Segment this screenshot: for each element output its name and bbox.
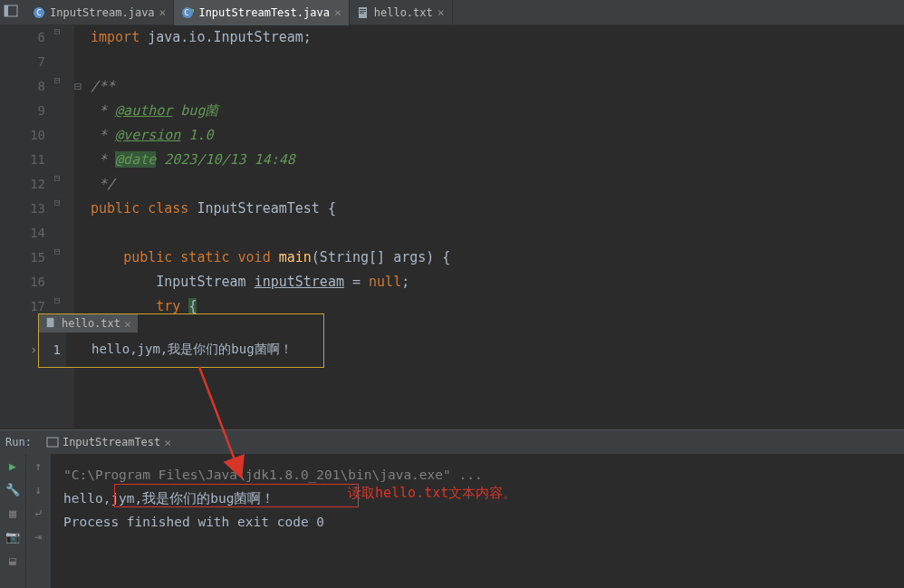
svg-rect-14 — [47, 438, 58, 447]
run-config-icon — [46, 436, 59, 448]
code-line: public class InputStreamTest { — [91, 197, 904, 221]
code-line: * @version 1.0 — [91, 123, 904, 148]
code-line — [91, 221, 904, 246]
annotation-text: 读取hello.txt文本内容。 — [348, 485, 516, 502]
wrench-icon[interactable]: 🔧 — [5, 483, 20, 497]
project-tool-icon[interactable] — [4, 4, 22, 22]
line-number: 15▶ — [0, 246, 45, 270]
code-line: * @author bug菌 — [91, 99, 904, 123]
code-area[interactable]: import java.io.InputStream; /** * @autho… — [74, 25, 904, 429]
popup-content: hello,jym,我是你们的bug菌啊！ — [66, 342, 293, 358]
run-label: Run: — [5, 436, 32, 448]
tab-hello-txt[interactable]: hello.txt × — [350, 0, 453, 25]
popup-tab-label: hello.txt — [62, 317, 120, 330]
svg-text:C: C — [36, 8, 41, 17]
line-gutter: 6 7 8⊟ 9 10 11 12 13▶ 14 15▶ 16 17 — [0, 25, 54, 429]
code-line: /** — [91, 74, 904, 99]
editor-popup-preview: hello.txt × 1 hello,jym,我是你们的bug菌啊！ — [38, 313, 324, 368]
down-icon[interactable]: ↓ — [32, 483, 46, 497]
line-number: 8⊟ — [0, 74, 45, 99]
tab-inputstreamtest-java[interactable]: C InputStreamTest.java × — [174, 0, 349, 25]
up-icon[interactable]: ↑ — [32, 459, 46, 474]
unknown-icon[interactable]: ⬓ — [5, 554, 20, 568]
tab-label: InputStream.java — [50, 6, 155, 19]
line-number: 6 — [0, 25, 45, 50]
camera-icon[interactable]: 📷 — [5, 530, 20, 545]
svg-rect-9 — [360, 11, 366, 12]
close-icon[interactable]: × — [334, 5, 341, 19]
line-number: 7 — [0, 50, 45, 74]
code-line: * @date 2023/10/13 14:48 — [91, 148, 904, 172]
class-icon: C — [33, 6, 45, 19]
svg-rect-10 — [360, 13, 364, 14]
svg-rect-1 — [5, 5, 8, 16]
tab-label: hello.txt — [374, 6, 433, 19]
line-number: 10 — [0, 123, 45, 148]
close-icon[interactable]: × — [124, 317, 131, 331]
code-line — [91, 50, 904, 74]
line-number: 12 — [0, 172, 45, 197]
run-tool-window: Run: InputStreamTest × ▶ 🔧 ▦ 📷 ⬓ ↑ ↓ ⤶ ⇥… — [0, 429, 904, 588]
code-line: */ — [91, 172, 904, 197]
popup-tab[interactable]: hello.txt × — [39, 314, 138, 333]
line-number: 13▶ — [0, 197, 45, 221]
run-toolbar-right: ↑ ↓ ⤶ ⇥ — [25, 454, 51, 588]
run-config-tab[interactable]: InputStreamTest × — [39, 433, 178, 452]
svg-rect-11 — [47, 318, 54, 327]
class-run-icon: C — [181, 6, 194, 19]
console-output[interactable]: "C:\Program Files\Java\jdk1.8.0_201\bin\… — [51, 454, 904, 588]
svg-rect-8 — [360, 9, 366, 10]
console-line: Process finished with exit code 0 — [63, 510, 891, 534]
scroll-icon[interactable]: ⇥ — [32, 530, 46, 545]
line-number: 16 — [0, 270, 45, 294]
popup-line-number: 1 — [39, 333, 66, 367]
unknown-icon[interactable]: ▦ — [5, 506, 20, 521]
code-line: InputStream inputStream = null; — [91, 270, 904, 294]
rerun-icon[interactable]: ▶ — [5, 459, 20, 474]
code-editor[interactable]: 6 7 8⊟ 9 10 11 12 13▶ 14 15▶ 16 17 ⊟ ⊟ ⊟… — [0, 25, 904, 429]
run-toolbar-left: ▶ 🔧 ▦ 📷 ⬓ — [0, 454, 25, 588]
wrap-icon[interactable]: ⤶ — [32, 506, 46, 521]
code-line: import java.io.InputStream; — [91, 25, 904, 50]
close-icon[interactable]: × — [159, 5, 167, 19]
console-line: "C:\Program Files\Java\jdk1.8.0_201\bin\… — [63, 463, 891, 487]
file-icon — [357, 6, 370, 19]
line-number: 9 — [0, 99, 45, 123]
run-header: Run: InputStreamTest × — [0, 430, 904, 454]
close-icon[interactable]: × — [164, 436, 171, 449]
tab-inputstream-java[interactable]: C InputStream.java × — [25, 0, 174, 25]
close-icon[interactable]: × — [438, 5, 445, 19]
tab-label: InputStreamTest.java — [198, 6, 330, 19]
line-number: 14 — [0, 221, 45, 246]
svg-text:C: C — [185, 8, 189, 17]
file-icon — [45, 317, 58, 330]
line-number: 11 — [0, 148, 45, 172]
fold-gutter: ⊟ ⊟ ⊟ ⊟ ⊟ ⊟ — [54, 25, 74, 429]
code-line: public static void main(String[] args) { — [91, 246, 904, 270]
run-config-name: InputStreamTest — [63, 436, 160, 448]
editor-tabs: C InputStream.java × C InputStreamTest.j… — [0, 0, 904, 25]
